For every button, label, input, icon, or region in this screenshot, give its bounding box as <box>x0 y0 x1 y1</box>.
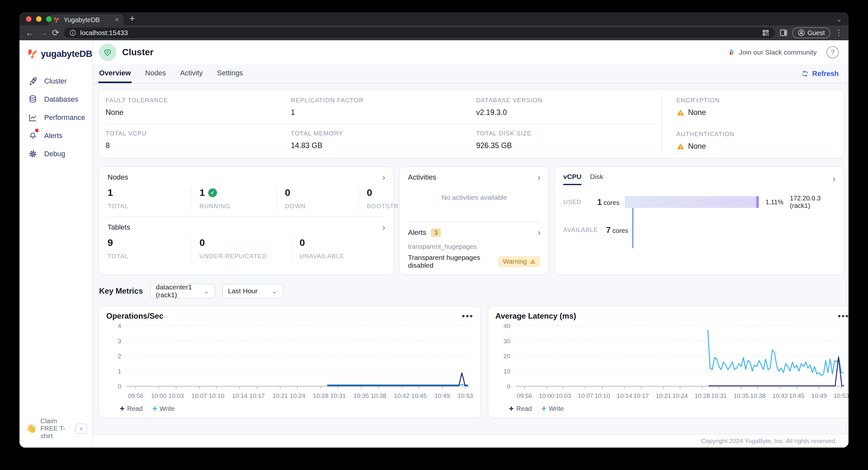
alerts-chevron-right-icon[interactable]: › <box>538 228 540 237</box>
slack-icon <box>727 48 736 57</box>
sidebar-item-cluster[interactable]: Cluster <box>20 72 92 90</box>
svg-text:40: 40 <box>503 322 510 330</box>
cluster-stats-card: FAULT TOLERANCE None REPLICATION FACTOR … <box>98 89 844 158</box>
legend-item[interactable]: ✚Write <box>152 405 175 412</box>
sidebar-collapse-button[interactable]: « <box>75 424 87 434</box>
tab-settings[interactable]: Settings <box>216 64 244 83</box>
svg-text:10:28: 10:28 <box>694 393 710 399</box>
refresh-button[interactable]: Refresh <box>801 64 839 83</box>
sidebar-item-alerts[interactable]: Alerts <box>20 127 92 145</box>
tab-search-chevron-icon[interactable]: ⌄ <box>836 15 842 23</box>
legend-label: Write <box>159 405 175 412</box>
close-window-button[interactable] <box>26 16 32 22</box>
vcpu-used-node: 172.20.0.3 (rack1) <box>790 194 836 210</box>
address-bar[interactable]: localhost:15433 <box>64 28 775 38</box>
profile-button[interactable]: Guest <box>792 27 830 38</box>
sidebar-item-label: Databases <box>44 95 78 104</box>
tab-activity[interactable]: Activity <box>179 64 204 83</box>
stat-label: DATABASE VERSION <box>476 97 661 104</box>
legend-item[interactable]: ✚Write <box>541 405 564 412</box>
latency-chart-legend: ✚Read✚Write <box>495 402 848 414</box>
heart-check-icon <box>103 48 113 57</box>
svg-text:10:10: 10:10 <box>594 393 610 399</box>
browser-tab[interactable]: YugabyteDB × <box>49 14 123 25</box>
reload-button[interactable]: ⟳ <box>52 29 59 37</box>
forward-button[interactable]: → <box>39 29 48 37</box>
svg-text:10:07: 10:07 <box>578 393 593 399</box>
tablets-unavailable: 0 UNAVAILABLE <box>291 237 385 260</box>
time-range-select[interactable]: Last Hour ⌄ <box>222 284 283 299</box>
activities-empty-text: No activities available <box>408 194 540 201</box>
new-tab-button[interactable]: + <box>129 13 135 23</box>
svg-text:10: 10 <box>503 368 510 375</box>
svg-text:2: 2 <box>118 353 121 359</box>
qr-code-icon[interactable] <box>762 29 770 37</box>
sidebar: yugabyteDB Cluster <box>20 40 93 447</box>
slack-link-label: Join our Slack community <box>739 49 817 56</box>
site-info-icon[interactable] <box>69 29 76 36</box>
browser-menu-button[interactable]: ⋮ <box>835 28 843 37</box>
svg-text:3: 3 <box>118 338 121 345</box>
refresh-icon <box>801 70 809 77</box>
minimize-window-button[interactable] <box>36 16 41 22</box>
sidebar-item-label: Performance <box>44 113 85 122</box>
close-tab-icon[interactable]: × <box>115 16 119 23</box>
chart-menu-button[interactable]: ••• <box>462 314 473 318</box>
nodes-chevron-right-icon[interactable]: › <box>382 173 385 182</box>
operations-chart: 0123409:5610:0010:0310:0710:1010:1410:17… <box>106 322 473 401</box>
sidebar-item-performance[interactable]: Performance <box>20 108 92 127</box>
help-button[interactable]: ? <box>827 46 839 59</box>
legend-marker: ✚ <box>152 405 157 412</box>
url-text: localhost:15433 <box>80 29 128 37</box>
latency-chart: 01020304009:5610:0010:0310:0710:1010:141… <box>495 322 848 401</box>
sidebar-item-debug[interactable]: Debug <box>20 145 92 163</box>
app-page: yugabyteDB Cluster <box>20 40 848 447</box>
sidebar-item-label: Cluster <box>44 77 67 86</box>
activities-chevron-right-icon[interactable]: › <box>538 173 540 182</box>
region-select[interactable]: datacenter1 (rack1) ⌄ <box>150 284 215 299</box>
app-logo[interactable]: yugabyteDB <box>20 47 92 61</box>
gear-icon <box>28 149 38 159</box>
svg-text:0: 0 <box>118 383 121 390</box>
chevron-down-icon: ⌄ <box>204 287 209 295</box>
tablets-card-title: Tablets <box>107 223 130 231</box>
page-title: Cluster <box>122 47 153 58</box>
chart-menu-button[interactable]: ••• <box>838 314 848 318</box>
operations-chart-card: Operations/Sec ••• 0123409:5610:0010:031… <box>98 306 481 418</box>
svg-text:10:21: 10:21 <box>273 393 288 399</box>
zoom-window-button[interactable] <box>46 16 52 22</box>
warning-icon <box>529 258 536 265</box>
tablets-chevron-right-icon[interactable]: › <box>382 223 385 232</box>
legend-item[interactable]: ✚Read <box>120 405 143 412</box>
sidebar-item-databases[interactable]: Databases <box>20 90 92 108</box>
back-button[interactable]: ← <box>25 29 34 37</box>
check-icon: ✓ <box>208 188 217 197</box>
svg-text:09:56: 09:56 <box>517 393 532 399</box>
legend-marker: ✚ <box>120 405 124 412</box>
sidebar-item-label: Alerts <box>44 131 62 140</box>
region-select-value: datacenter1 (rack1) <box>156 283 199 299</box>
stat-value: None <box>688 108 706 117</box>
stat-total-disk-size: TOTAL DISK SIZE 926.35 GB <box>476 130 661 150</box>
svg-text:10:45: 10:45 <box>789 393 805 399</box>
stat-label: FAULT TOLERANCE <box>105 97 291 104</box>
tab-disk[interactable]: Disk <box>590 173 603 185</box>
sidebar-nav: Cluster Databases Performance <box>20 72 92 163</box>
tab-overview[interactable]: Overview <box>98 64 131 83</box>
latency-chart-card: Average Latency (ms) ••• 01020304009:561… <box>488 306 848 418</box>
stat-value: 1 <box>291 108 476 117</box>
divider <box>107 216 385 217</box>
svg-text:10:45: 10:45 <box>411 393 427 399</box>
resource-chevron-right-icon[interactable]: › <box>833 175 836 184</box>
tab-nodes[interactable]: Nodes <box>145 64 167 83</box>
stat-label: REPLICATION FACTOR <box>291 97 476 104</box>
claim-tshirt-link[interactable]: Claim FREE T-shirt <box>40 417 71 440</box>
cluster-tabs: Overview Nodes Activity Settings Refresh <box>93 64 848 84</box>
legend-item[interactable]: ✚Read <box>509 405 532 412</box>
svg-text:10:17: 10:17 <box>633 393 649 399</box>
svg-text:10:31: 10:31 <box>711 393 727 399</box>
svg-text:10:07: 10:07 <box>192 393 207 399</box>
slack-community-link[interactable]: Join our Slack community <box>727 48 817 57</box>
side-panel-icon[interactable] <box>779 29 788 37</box>
tab-vcpu[interactable]: vCPU <box>563 173 582 185</box>
